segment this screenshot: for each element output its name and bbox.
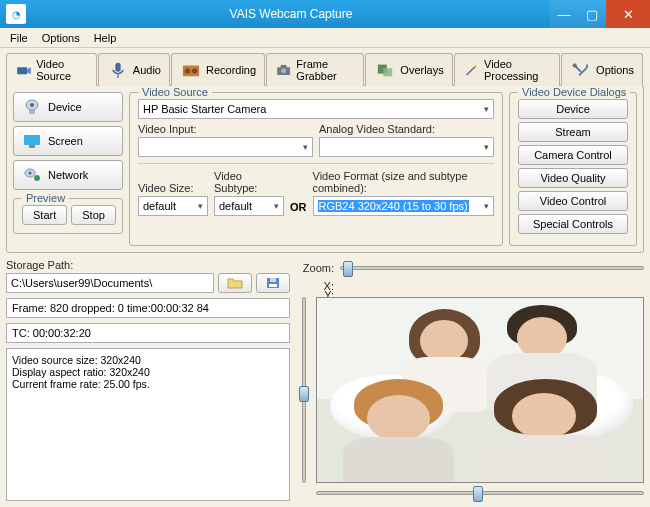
browse-folder-button[interactable] xyxy=(218,273,252,293)
preview-stop-button[interactable]: Stop xyxy=(71,205,116,225)
svg-rect-10 xyxy=(384,68,393,76)
frame-status-line: Frame: 820 dropped: 0 time:00:00:32 84 xyxy=(12,302,284,314)
monitor-icon xyxy=(22,133,42,149)
svg-rect-23 xyxy=(269,284,277,287)
video-size-label: Video Size: xyxy=(138,182,208,194)
svg-rect-0 xyxy=(17,67,27,74)
video-format-label: Video Format (size and subtype combined)… xyxy=(313,170,495,194)
maximize-button[interactable]: ▢ xyxy=(578,0,606,28)
svg-point-5 xyxy=(192,68,197,73)
camera-icon xyxy=(275,61,292,79)
tab-frame-grabber[interactable]: Frame Grabber xyxy=(266,53,364,86)
storage-path-input[interactable]: C:\Users\user99\Documents\ xyxy=(6,273,214,293)
storage-path-label: Storage Path: xyxy=(6,259,290,271)
video-device-dialogs-fieldset: Video Device Dialogs Device Stream Camer… xyxy=(509,92,637,246)
video-source-legend: Video Source xyxy=(138,86,212,98)
menu-options[interactable]: Options xyxy=(36,30,86,46)
app-icon: ◔ xyxy=(6,4,26,24)
window-title: VAIS Webcam Capture xyxy=(32,7,550,21)
video-input-select[interactable] xyxy=(138,137,313,157)
save-path-button[interactable] xyxy=(256,273,290,293)
zoom-label: Zoom: xyxy=(296,262,334,274)
tools-icon xyxy=(570,61,592,79)
preview-start-button[interactable]: Start xyxy=(22,205,67,225)
svg-rect-7 xyxy=(281,65,287,68)
dialog-special-controls-button[interactable]: Special Controls xyxy=(518,214,628,234)
frame-status-box: Frame: 820 dropped: 0 time:00:00:32 84 xyxy=(6,298,290,318)
device-button[interactable]: Device xyxy=(13,92,123,122)
video-subtype-label: Video Subtype: xyxy=(214,170,284,194)
y-slider[interactable] xyxy=(296,297,312,483)
tab-audio[interactable]: Audio xyxy=(98,53,170,86)
svg-line-11 xyxy=(466,66,475,75)
microphone-icon xyxy=(107,61,129,79)
x-slider[interactable] xyxy=(316,485,644,501)
svg-rect-22 xyxy=(270,278,276,282)
menu-help[interactable]: Help xyxy=(88,30,123,46)
analog-standard-label: Analog Video Standard: xyxy=(319,123,494,135)
dialog-camera-control-button[interactable]: Camera Control xyxy=(518,145,628,165)
title-bar: ◔ VAIS Webcam Capture — ▢ ✕ xyxy=(0,0,650,28)
svg-rect-1 xyxy=(115,63,120,72)
camera-select[interactable]: HP Basic Starter Camera xyxy=(138,99,494,119)
webcam-icon xyxy=(15,61,32,79)
menu-file[interactable]: File xyxy=(4,30,34,46)
menu-bar: File Options Help xyxy=(0,28,650,48)
zoom-slider[interactable] xyxy=(340,266,644,270)
svg-point-20 xyxy=(34,175,40,181)
recording-icon xyxy=(180,61,202,79)
wand-icon xyxy=(463,61,480,79)
or-label: OR xyxy=(290,201,307,216)
tab-video-processing[interactable]: Video Processing xyxy=(454,53,560,86)
video-input-label: Video Input: xyxy=(138,123,313,135)
tab-video-source[interactable]: Video Source xyxy=(6,53,97,86)
svg-rect-15 xyxy=(29,110,35,114)
svg-point-4 xyxy=(185,68,190,73)
folder-open-icon xyxy=(227,277,243,289)
video-source-fieldset: Video Source HP Basic Starter Camera Vid… xyxy=(129,92,503,246)
network-webcam-icon xyxy=(22,167,42,183)
preview-legend: Preview xyxy=(22,192,69,204)
svg-rect-17 xyxy=(29,145,35,148)
tab-recording[interactable]: Recording xyxy=(171,53,265,86)
video-size-select[interactable]: default xyxy=(138,196,208,216)
close-button[interactable]: ✕ xyxy=(606,0,650,28)
svg-rect-16 xyxy=(24,135,40,145)
svg-point-8 xyxy=(281,68,286,73)
info-log-box: Video source size: 320x240 Display aspec… xyxy=(6,348,290,501)
analog-standard-select[interactable] xyxy=(319,137,494,157)
video-source-panel: Device Screen Network Preview Start Stop xyxy=(6,85,644,253)
dialog-video-control-button[interactable]: Video Control xyxy=(518,191,628,211)
webcam-device-icon xyxy=(22,99,42,115)
timecode-line: TC: 00:00:32:20 xyxy=(12,327,284,339)
dialog-stream-button[interactable]: Stream xyxy=(518,122,628,142)
device-dialogs-legend: Video Device Dialogs xyxy=(518,86,630,98)
dialog-device-button[interactable]: Device xyxy=(518,99,628,119)
disk-icon xyxy=(266,277,280,289)
network-button[interactable]: Network xyxy=(13,160,123,190)
video-subtype-select[interactable]: default xyxy=(214,196,284,216)
tab-bar: Video Source Audio Recording Frame Grabb… xyxy=(6,52,644,85)
dialog-video-quality-button[interactable]: Video Quality xyxy=(518,168,628,188)
timecode-box: TC: 00:00:32:20 xyxy=(6,323,290,343)
screen-button[interactable]: Screen xyxy=(13,126,123,156)
preview-fieldset: Preview Start Stop xyxy=(13,198,123,234)
tab-overlays[interactable]: Overlays xyxy=(365,53,452,86)
minimize-button[interactable]: — xyxy=(550,0,578,28)
tab-options[interactable]: Options xyxy=(561,53,643,86)
preview-image xyxy=(316,297,644,483)
overlays-icon xyxy=(374,61,396,79)
svg-point-14 xyxy=(30,103,34,107)
video-format-select[interactable]: RGB24 320x240 (15 to 30 fps) xyxy=(313,196,495,216)
svg-point-19 xyxy=(29,172,32,175)
